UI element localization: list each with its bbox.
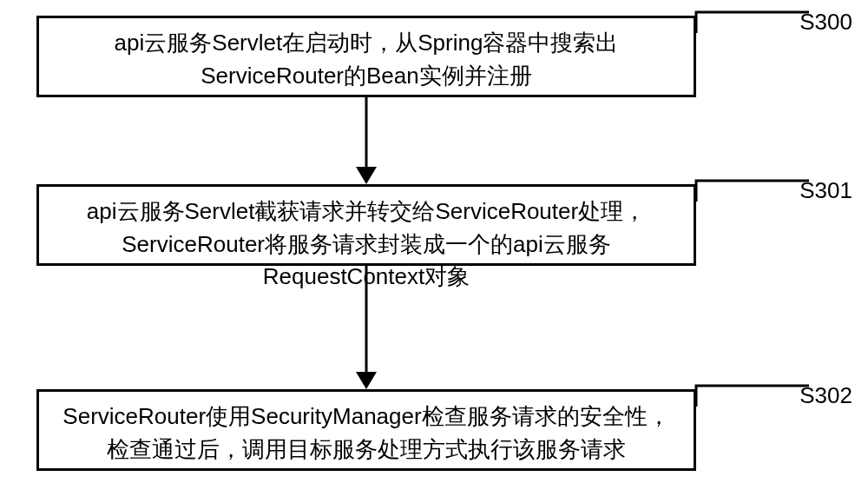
- arrow-line-1: [365, 266, 368, 372]
- step-box-2: ServiceRouter使用SecurityManager检查服务请求的安全性…: [36, 389, 696, 471]
- arrow-head-icon: [356, 372, 377, 389]
- step-label-2: S302: [799, 382, 852, 409]
- step-box-0: api云服务Servlet在启动时，从Spring容器中搜索出ServiceRo…: [36, 16, 696, 97]
- step-label-1: S301: [799, 177, 852, 204]
- flow-arrow-0: [36, 97, 696, 184]
- arrow-line-0: [365, 97, 368, 167]
- callout-line-2: [696, 381, 809, 415]
- flow-step-0: api云服务Servlet在启动时，从Spring容器中搜索出ServiceRo…: [36, 16, 696, 97]
- flow-step-2: ServiceRouter使用SecurityManager检查服务请求的安全性…: [36, 389, 696, 471]
- arrow-head-icon: [356, 167, 377, 184]
- callout-line-1: [696, 175, 809, 210]
- flow-step-1: api云服务Servlet截获请求并转交给ServiceRouter处理，Ser…: [36, 184, 696, 266]
- flow-arrow-1: [36, 266, 696, 389]
- step-label-0: S300: [799, 9, 852, 36]
- callout-line-0: [696, 7, 809, 42]
- flowchart-container: api云服务Servlet在启动时，从Spring容器中搜索出ServiceRo…: [0, 0, 868, 503]
- step-box-1: api云服务Servlet截获请求并转交给ServiceRouter处理，Ser…: [36, 184, 696, 266]
